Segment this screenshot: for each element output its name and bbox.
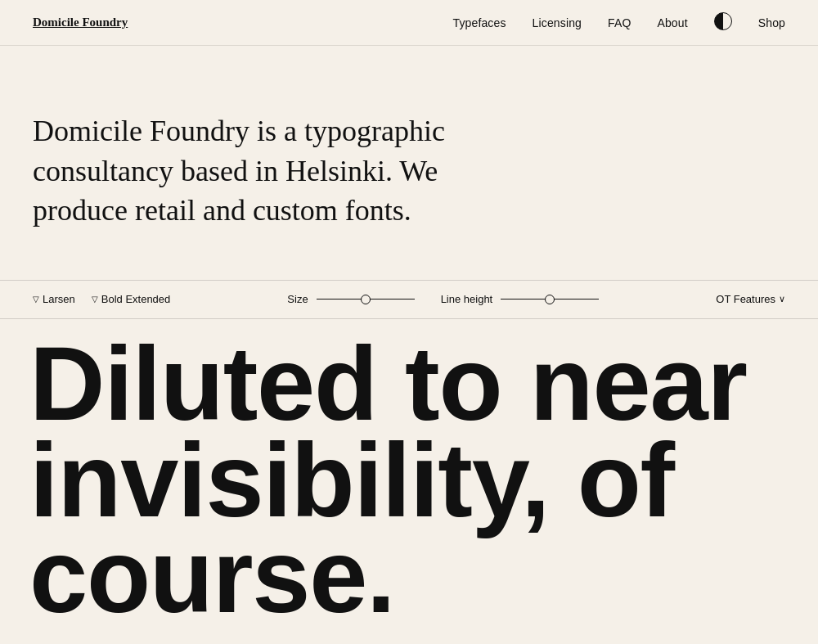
slider-controls: Size Line height — [170, 293, 716, 305]
navbar: Domicile Foundry Typefaces Licensing FAQ… — [0, 0, 818, 46]
size-slider-thumb[interactable] — [361, 295, 371, 304]
nav-shop[interactable]: Shop — [758, 16, 785, 29]
hero-text: Domicile Foundry is a typographic consul… — [33, 111, 491, 231]
ot-features-button[interactable]: OT Features ∨ — [716, 293, 785, 305]
dropdown-arrow-typeface: ▽ — [33, 295, 39, 304]
nav-licensing[interactable]: Licensing — [533, 16, 582, 29]
display-text[interactable]: Diluted to near invisibility, of course. — [29, 336, 789, 624]
typeface-selectors: ▽ Larsen ▽ Bold Extended — [33, 293, 170, 305]
display-text-section: Diluted to near invisibility, of course. — [0, 319, 818, 624]
nav-about[interactable]: About — [657, 16, 687, 29]
logo[interactable]: Domicile Foundry — [33, 16, 128, 29]
size-label: Size — [287, 293, 308, 305]
nav-typefaces[interactable]: Typefaces — [453, 16, 506, 29]
typeface-dropdown[interactable]: ▽ Larsen — [33, 293, 75, 305]
size-slider-track[interactable] — [317, 299, 415, 299]
hero-section: Domicile Foundry is a typographic consul… — [0, 46, 818, 280]
ot-features-control: OT Features ∨ — [716, 293, 785, 305]
line-height-slider-track[interactable] — [501, 299, 599, 299]
typeface-controls-bar: ▽ Larsen ▽ Bold Extended Size Line heigh… — [0, 280, 818, 319]
size-slider-group: Size — [287, 293, 414, 305]
nav-links: Typefaces Licensing FAQ About Shop — [453, 12, 786, 34]
nav-faq[interactable]: FAQ — [608, 16, 631, 29]
line-height-slider-thumb[interactable] — [545, 295, 555, 304]
theme-toggle-icon[interactable] — [714, 12, 732, 30]
line-height-label: Line height — [441, 293, 493, 305]
ot-features-chevron-icon: ∨ — [779, 294, 785, 304]
dropdown-arrow-style: ▽ — [92, 295, 98, 304]
style-dropdown[interactable]: ▽ Bold Extended — [92, 293, 171, 305]
line-height-slider-group: Line height — [441, 293, 600, 305]
